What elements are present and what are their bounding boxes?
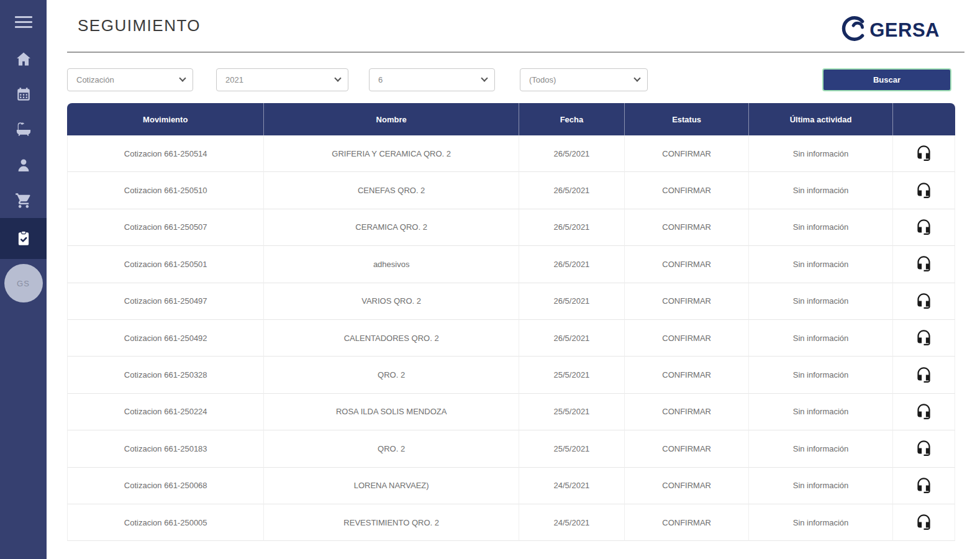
headset-icon [915,403,932,420]
cell-movimiento: Cotizacion 661-250224 [67,394,264,430]
page-title: SEGUIMIENTO [78,16,201,35]
main-content: SEGUIMIENTO GERSA Cotización [47,0,980,559]
cell-ultima-actividad: Sin información [749,430,893,467]
bath-icon [15,121,32,139]
table-row: Cotizacion 661-250224 ROSA ILDA SOLIS ME… [67,394,955,430]
cell-actions [893,430,955,467]
cell-estatus: CONFIRMAR [625,468,749,504]
sidebar-item-home[interactable] [0,41,47,76]
cell-estatus: CONFIRMAR [625,172,749,209]
year-select[interactable]: 2021 [216,68,348,91]
headset-icon [915,366,932,383]
cell-fecha: 25/5/2021 [519,430,625,467]
cell-fecha: 26/5/2021 [519,135,625,172]
headset-button[interactable] [913,365,935,384]
column-header-estatus: Estatus [625,103,749,135]
cell-ultima-actividad: Sin información [749,209,893,246]
cell-actions [893,320,955,357]
cell-ultima-actividad: Sin información [749,246,893,283]
table-row: Cotizacion 661-250068 LORENA NARVAEZ) 24… [67,468,955,504]
table-row: Cotizacion 661-250510 CENEFAS QRO. 2 26/… [67,172,955,209]
cell-actions [893,172,955,209]
headset-icon [915,255,932,272]
headset-icon [915,219,932,235]
sidebar-item-calendar[interactable] [0,76,47,112]
app-window: GS SEGUIMIENTO GERSA Cotización [0,0,980,559]
cell-movimiento: Cotizacion 661-250183 [67,430,264,467]
cell-nombre: CENEFAS QRO. 2 [264,172,519,209]
column-header-nombre: Nombre [264,103,519,135]
user-icon [15,157,32,174]
cell-nombre: VARIOS QRO. 2 [264,283,519,320]
clipboard-check-icon [16,230,32,247]
cell-movimiento: Cotizacion 661-250068 [67,468,264,504]
cell-nombre: QRO. 2 [264,430,519,467]
cell-actions [893,135,955,172]
sidebar-item-tracking[interactable] [0,218,47,259]
search-button[interactable]: Buscar [822,68,951,91]
headset-button[interactable] [913,143,935,163]
cell-fecha: 26/5/2021 [519,172,625,209]
headset-icon [915,182,932,199]
cell-movimiento: Cotizacion 661-250514 [67,135,264,172]
table-row: Cotizacion 661-250497 VARIOS QRO. 2 26/5… [67,283,955,320]
cell-movimiento: Cotizacion 661-250328 [67,357,264,393]
headset-icon [915,514,932,530]
cell-actions [893,394,955,430]
table-header: Movimiento Nombre Fecha Estatus Última a… [67,103,955,135]
cell-estatus: CONFIRMAR [625,394,749,430]
cell-movimiento: Cotizacion 661-250501 [67,246,264,283]
table-row: Cotizacion 661-250328 QRO. 2 25/5/2021 C… [67,357,955,393]
sidebar: GS [0,0,47,559]
headset-button[interactable] [913,476,935,495]
header-divider [67,52,964,53]
cell-actions [893,246,955,283]
cell-estatus: CONFIRMAR [625,357,749,393]
cell-ultima-actividad: Sin información [749,468,893,504]
sidebar-item-clients[interactable] [0,147,47,183]
headset-button[interactable] [913,217,935,237]
headset-button[interactable] [913,254,935,273]
cell-estatus: CONFIRMAR [625,430,749,467]
cell-fecha: 26/5/2021 [519,209,625,246]
topbar: SEGUIMIENTO GERSA [67,0,964,46]
cell-estatus: CONFIRMAR [625,209,749,246]
tracking-table: Movimiento Nombre Fecha Estatus Última a… [67,103,955,541]
headset-button[interactable] [913,328,935,347]
sidebar-item-bath[interactable] [0,112,47,147]
headset-button[interactable] [913,402,935,421]
cell-ultima-actividad: Sin información [749,172,893,209]
column-header-movimiento: Movimiento [67,103,264,135]
cell-nombre: CERAMICA QRO. 2 [264,209,519,246]
headset-button[interactable] [913,439,935,458]
column-header-fecha: Fecha [519,103,625,135]
headset-icon [915,145,932,161]
headset-button[interactable] [913,512,935,532]
cell-estatus: CONFIRMAR [625,320,749,357]
home-icon [15,50,32,68]
table-row: Cotizacion 661-250005 REVESTIMIENTO QRO.… [67,504,955,541]
menu-toggle-button[interactable] [0,7,47,36]
cell-estatus: CONFIRMAR [625,504,749,541]
avatar[interactable]: GS [4,264,43,302]
month-select[interactable]: 6 [369,68,495,91]
headset-icon [915,329,932,346]
column-header-ultima-actividad: Última actividad [749,103,893,135]
cell-movimiento: Cotizacion 661-250005 [67,504,264,541]
gersa-swoosh-icon [840,15,868,46]
sidebar-item-cart[interactable] [0,183,47,218]
cell-actions [893,209,955,246]
cell-ultima-actividad: Sin información [749,357,893,393]
cell-movimiento: Cotizacion 661-250492 [67,320,264,357]
status-select[interactable]: (Todos) [520,68,648,91]
cell-nombre: CALENTADORES QRO. 2 [264,320,519,357]
gersa-logo: GERSA [840,15,940,46]
cell-nombre: GRIFERIA Y CERAMICA QRO. 2 [264,135,519,172]
cell-actions [893,468,955,504]
cell-actions [893,504,955,541]
headset-button[interactable] [913,181,935,200]
headset-button[interactable] [913,291,935,311]
cell-fecha: 26/5/2021 [519,283,625,320]
movement-type-select[interactable]: Cotización [67,68,193,91]
cell-estatus: CONFIRMAR [625,283,749,320]
